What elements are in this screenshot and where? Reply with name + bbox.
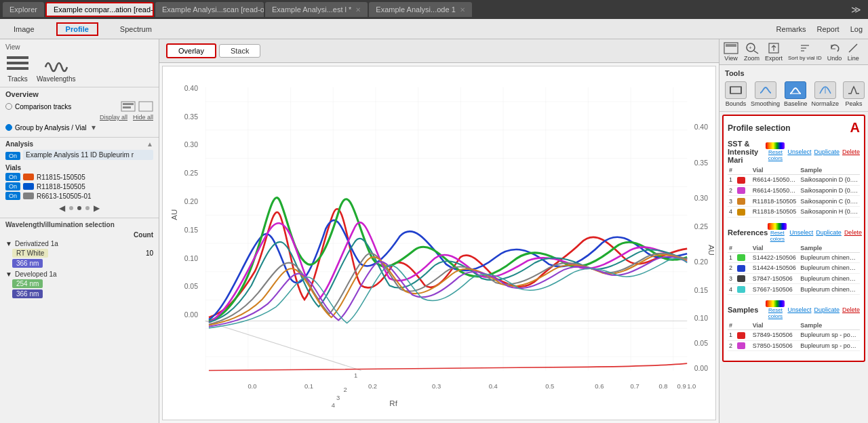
- profile-nav-btn[interactable]: Profile: [56, 22, 98, 36]
- sort-icon-btn[interactable]: Sort by vial ID: [788, 42, 822, 62]
- ps-group-actions: Resetcolors Unselect Duplicate Delete: [766, 142, 860, 161]
- duplicate-btn[interactable]: Duplicate: [816, 229, 842, 236]
- log-btn[interactable]: Log: [850, 25, 863, 33]
- svg-rect-5: [123, 106, 131, 108]
- svg-rect-7: [205, 87, 688, 371]
- right-panel: View + Zoom Export Sort by vial ID Undo: [719, 39, 868, 423]
- scroll-right-arrow[interactable]: ▶: [94, 203, 100, 213]
- chart-container: 0.40 0.35 0.30 0.25 0.20 0.15 0.10 0.05 …: [162, 66, 716, 420]
- scroll-left-arrow[interactable]: ◀: [59, 203, 65, 213]
- ps-group: References Resetcolors Unselect Duplicat…: [728, 223, 860, 296]
- analysis-toggle[interactable]: On: [5, 152, 20, 160]
- scroll-dot-2[interactable]: [77, 206, 81, 210]
- ps-group-header: SST & Intensity Mari Resetcolors Unselec…: [728, 140, 860, 164]
- ps-group-header: Samples Resetcolors Unselect Duplicate D…: [728, 300, 860, 319]
- svg-text:0.40: 0.40: [184, 85, 199, 92]
- tab-comparison[interactable]: Example compar...ation [read-only] ✕: [45, 2, 154, 17]
- vial-toggle[interactable]: On: [5, 192, 20, 200]
- duplicate-btn[interactable]: Duplicate: [814, 306, 840, 313]
- reset-colors-btn[interactable]: Resetcolors: [768, 307, 783, 319]
- group-by-radio[interactable]: [5, 124, 12, 131]
- unselect-btn[interactable]: Unselect: [787, 148, 811, 155]
- comparison-radio[interactable]: [5, 103, 12, 110]
- bounds-tool-btn[interactable]: Bounds: [725, 81, 747, 107]
- unselect-btn[interactable]: Unselect: [787, 306, 811, 313]
- spectrum-nav-btn[interactable]: Spectrum: [112, 24, 160, 35]
- reset-colors-btn[interactable]: Resetcolors: [768, 149, 783, 161]
- zoom-icon-btn[interactable]: + Zoom: [744, 42, 760, 62]
- wavelength-header: Wavelength/illumination selection: [5, 221, 153, 228]
- tracks-btn[interactable]: Tracks: [5, 54, 30, 83]
- delete-btn[interactable]: Delete: [842, 306, 860, 313]
- hide-all-btn[interactable]: Hide all: [133, 114, 153, 121]
- svg-text:0.40: 0.40: [694, 123, 709, 131]
- reset-colors-btn[interactable]: Resetcolors: [770, 230, 785, 242]
- report-btn[interactable]: Report: [817, 25, 840, 33]
- line-icon-btn[interactable]: Line: [847, 42, 859, 62]
- tab-analysis-est[interactable]: Example Analysi...est l * ✕: [265, 2, 368, 17]
- overlay-btn[interactable]: Overlay: [166, 43, 216, 58]
- wavelength-group: ▼ Developed 1a 254 nm 366 nm: [5, 270, 153, 298]
- svg-text:0.6: 0.6: [595, 382, 604, 390]
- delete-btn[interactable]: Delete: [844, 229, 862, 236]
- duplicate-btn[interactable]: Duplicate: [814, 148, 840, 155]
- overview-section: Overview Comparison tracks Display all H…: [0, 87, 159, 138]
- stack-btn[interactable]: Stack: [219, 44, 261, 58]
- scroll-dot-3[interactable]: [85, 206, 90, 210]
- svg-text:1: 1: [354, 371, 357, 379]
- ps-row-color: [737, 254, 745, 261]
- tools-section: Tools Bounds Smoothing Baseline: [719, 65, 868, 112]
- ps-row-color: [737, 209, 745, 216]
- svg-text:0.7: 0.7: [631, 382, 639, 390]
- view-icon-btn[interactable]: View: [724, 42, 738, 62]
- ps-group: SST & Intensity Mari Resetcolors Unselec…: [728, 140, 860, 218]
- count-header: Count: [134, 231, 153, 239]
- wl-group-title[interactable]: ▼ Developed 1a: [5, 270, 153, 278]
- wl-badge[interactable]: 366 nm: [12, 259, 43, 268]
- wavelengths-btn[interactable]: Wavelengths: [37, 54, 75, 83]
- vial-color: [23, 174, 34, 180]
- tab-explorer[interactable]: Explorer: [3, 2, 44, 17]
- vial-toggle[interactable]: On: [5, 182, 20, 190]
- view-section: View Tracks Wavelength: [0, 39, 159, 87]
- analysis-item: Example Analysis 11 ID Bupleurim r: [23, 150, 153, 160]
- undo-icon-btn[interactable]: Undo: [827, 42, 842, 62]
- vial-toggle[interactable]: On: [5, 173, 20, 181]
- toolbar-row: Image Profile Spectrum Remarks Report Lo…: [0, 19, 868, 39]
- unselect-btn[interactable]: Unselect: [789, 229, 813, 236]
- svg-text:0.5: 0.5: [545, 382, 554, 390]
- vial-color: [23, 183, 34, 190]
- tab-close-ode[interactable]: ✕: [460, 6, 465, 14]
- svg-text:0.4: 0.4: [489, 382, 498, 390]
- svg-text:0.20: 0.20: [694, 258, 709, 266]
- normalize-tool-btn[interactable]: Normalize: [812, 81, 840, 107]
- delete-btn[interactable]: Delete: [842, 148, 860, 155]
- svg-text:0.00: 0.00: [184, 311, 199, 319]
- wl-group-title[interactable]: ▼ Derivatized 1a: [5, 240, 153, 247]
- svg-text:0.0: 0.0: [248, 382, 256, 390]
- tab-close-est[interactable]: ✕: [355, 6, 361, 14]
- ps-table-row: 4 S7667-150506 Bupleurum chinense - pow: [728, 284, 860, 295]
- baseline-tool-btn[interactable]: Baseline: [784, 81, 808, 107]
- display-all-btn[interactable]: Display all: [100, 114, 127, 121]
- svg-text:2: 2: [343, 386, 347, 393]
- wl-badge[interactable]: 366 nm: [12, 289, 43, 298]
- ps-table-row: 1 R6614-150505-01.R661 Saikosaponin D (0…: [728, 175, 860, 186]
- analysis-collapse[interactable]: ▲: [146, 140, 153, 148]
- ps-table-row: 2 S7850-150506 Bupleurum sp - powderec: [728, 340, 860, 351]
- wl-badge[interactable]: RT White: [12, 249, 48, 258]
- export-icon-btn[interactable]: Export: [765, 42, 783, 62]
- svg-rect-4: [123, 103, 134, 105]
- svg-text:3: 3: [336, 394, 340, 401]
- tab-analysis-ode[interactable]: Example Analysi...ode 1 ✕: [369, 2, 471, 17]
- smoothing-tool-btn[interactable]: Smoothing: [751, 81, 780, 107]
- wl-badge[interactable]: 254 nm: [12, 279, 43, 288]
- svg-text:0.9: 0.9: [677, 382, 686, 390]
- group-by-dropdown[interactable]: ▾: [92, 123, 96, 132]
- scroll-dot-1[interactable]: [69, 206, 73, 210]
- tab-overflow[interactable]: ≫: [847, 4, 865, 15]
- tab-analysis-scan[interactable]: Example Analysi...scan [read-only] ✕: [155, 2, 264, 17]
- image-nav-btn[interactable]: Image: [5, 24, 43, 35]
- peaks-tool-btn[interactable]: Peaks: [843, 81, 865, 107]
- remarks-btn[interactable]: Remarks: [776, 25, 806, 33]
